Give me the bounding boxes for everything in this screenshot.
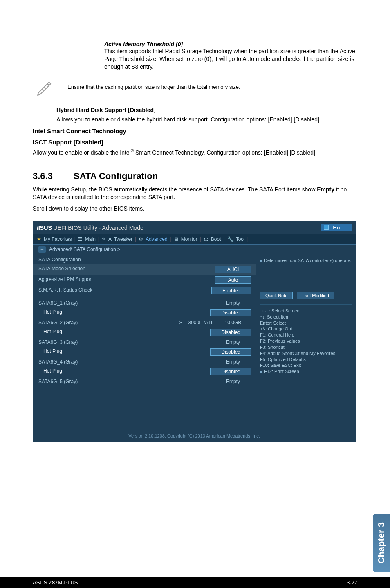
nav-l8: F4: Add to ShortCut and My Favorites bbox=[260, 350, 352, 357]
row-sata1: SATA6G_1 (Gray) Empty bbox=[38, 298, 251, 307]
pencil-note-icon bbox=[33, 75, 55, 99]
hdr-label: SATA Configuration bbox=[38, 257, 81, 263]
page-content: Active Memory Threshold [0] This item su… bbox=[0, 0, 390, 442]
row-hotplug4[interactable]: Hot Plug Disabled bbox=[38, 366, 251, 377]
tab-tool[interactable]: Tool bbox=[236, 236, 245, 242]
footer-right: 3-27 bbox=[347, 579, 357, 586]
quick-note-button[interactable]: Quick Note bbox=[260, 292, 293, 299]
hybrid-title: Hybrid Hard Disk Support [Disabled] bbox=[56, 107, 357, 113]
right-desc: Determines how SATA controller(s) operat… bbox=[260, 258, 352, 263]
hybrid-desc: Allows you to enable or disable the hybr… bbox=[56, 116, 357, 123]
lpm-value[interactable]: Auto bbox=[215, 276, 251, 284]
ai-icon: ✎ bbox=[102, 236, 106, 242]
nav-l3: Enter: Select bbox=[260, 320, 352, 326]
hp4-value[interactable]: Disabled bbox=[210, 368, 251, 375]
main-icon: ☰ bbox=[78, 236, 83, 242]
bullet-icon bbox=[260, 371, 262, 373]
tool-icon: 🔧 bbox=[227, 236, 233, 242]
page-footer: ASUS Z87M-PLUS 3-27 bbox=[0, 577, 390, 588]
nav-l6: F2: Previous Values bbox=[260, 338, 352, 344]
active-memory-title: Active Memory Threshold [0] bbox=[104, 41, 357, 47]
asus-logo: /ISUS bbox=[37, 224, 52, 231]
chapter-side-tab: Chapter 3 bbox=[373, 514, 390, 572]
tab-advanced[interactable]: Advanced bbox=[146, 236, 167, 242]
bios-footer: Version 2.10.1208. Copyright (C) 2013 Am… bbox=[33, 432, 356, 440]
nav-l2: ↑↓: Select Item bbox=[260, 314, 352, 320]
s4-value: Empty bbox=[215, 359, 251, 365]
note-text: Ensure that the caching partition size i… bbox=[67, 79, 357, 95]
row-sata-mode[interactable]: SATA Mode Selection AHCI bbox=[33, 264, 256, 275]
sata-config-header: SATA Configuration bbox=[38, 255, 251, 264]
section-p1: While entering Setup, the BIOS automatic… bbox=[33, 186, 357, 202]
s1-label: SATA6G_1 (Gray) bbox=[38, 300, 78, 306]
bios-right-pane: Determines how SATA controller(s) operat… bbox=[256, 254, 356, 430]
advanced-icon: ⚙ bbox=[139, 236, 143, 242]
lpm-label: Aggressive LPM Support bbox=[38, 276, 93, 284]
section-p2: Scroll down to display the other BIOS it… bbox=[33, 205, 357, 213]
star-icon: ★ bbox=[37, 236, 41, 242]
isct-desc-a: Allow you to enable or disable the Intel bbox=[33, 149, 131, 155]
section-num: 3.6.3 bbox=[33, 171, 74, 182]
hp3-label: Hot Plug bbox=[38, 348, 62, 356]
exit-button[interactable]: Exit bbox=[321, 224, 352, 231]
hp1-value[interactable]: Disabled bbox=[210, 309, 251, 316]
section-title: SATA Configuration bbox=[74, 171, 158, 181]
s2-label: SATA6G_2 (Gray) bbox=[38, 320, 78, 325]
s5-label: SATA6G_5 (Gray) bbox=[38, 379, 78, 384]
bios-titlebar: /ISUS UEFI BIOS Utility - Advanced Mode … bbox=[33, 221, 356, 234]
nav-l7: F3: Shortcut bbox=[260, 344, 352, 350]
nav-l10: F10: Save ESC: Exit bbox=[260, 362, 352, 368]
smart-value[interactable]: Enabled bbox=[211, 287, 251, 294]
s4-label: SATA6G_4 (Gray) bbox=[38, 359, 78, 365]
nav-l9: F5: Optimized Defaults bbox=[260, 357, 352, 363]
s5-value: Empty bbox=[215, 379, 251, 384]
mode-label: SATA Mode Selection bbox=[38, 266, 85, 273]
hp3-value[interactable]: Disabled bbox=[210, 348, 251, 356]
hp1-label: Hot Plug bbox=[38, 309, 62, 316]
note-row: Ensure that the caching partition size i… bbox=[33, 75, 357, 99]
registered-symbol: ® bbox=[131, 148, 134, 153]
quick-note-row: Quick Note Last Modified bbox=[260, 292, 352, 299]
bios-breadcrumb: ← Advanced\ SATA Configuration > bbox=[33, 245, 356, 254]
exit-label: Exit bbox=[333, 224, 342, 231]
last-modified-button[interactable]: Last Modified bbox=[297, 292, 334, 299]
s1-value: Empty bbox=[215, 300, 251, 306]
nav-help: →←: Select Screen ↑↓: Select Item Enter:… bbox=[260, 304, 352, 375]
s3-label: SATA6G_3 (Gray) bbox=[38, 339, 78, 345]
row-lpm[interactable]: Aggressive LPM Support Auto bbox=[38, 275, 251, 285]
row-hotplug3[interactable]: Hot Plug Disabled bbox=[38, 347, 251, 357]
bios-title-text: UEFI BIOS Utility - Advanced Mode bbox=[54, 224, 143, 231]
isct-desc: Allow you to enable or disable the Intel… bbox=[33, 148, 357, 157]
smart-label: S.M.A.R.T. Status Check bbox=[38, 287, 92, 294]
row-smart[interactable]: S.M.A.R.T. Status Check Enabled bbox=[38, 285, 251, 296]
active-memory-desc: This item supports Intel Rapid Storage T… bbox=[104, 47, 357, 71]
tab-main[interactable]: Main bbox=[85, 236, 96, 242]
p1a: While entering Setup, the BIOS automatic… bbox=[33, 186, 317, 193]
p1b: Empty bbox=[317, 186, 334, 193]
nav-l1: →←: Select Screen bbox=[260, 308, 352, 314]
bios-title-left: /ISUS UEFI BIOS Utility - Advanced Mode bbox=[37, 224, 143, 231]
isct-desc-b: Smart Connect Technology. Configuration … bbox=[134, 149, 315, 155]
row-sata3: SATA6G_3 (Gray) Empty bbox=[38, 338, 251, 347]
nav-l4: +/-: Change Opt. bbox=[260, 326, 352, 332]
nav-l5: F1: General Help bbox=[260, 332, 352, 338]
tab-favorites[interactable]: My Favorites bbox=[44, 236, 72, 242]
hp4-label: Hot Plug bbox=[38, 368, 62, 375]
footer-left: ASUS Z87M-PLUS bbox=[33, 579, 78, 586]
s3-value: Empty bbox=[215, 339, 251, 345]
row-hotplug2[interactable]: Hot Plug Disabled bbox=[38, 327, 251, 338]
boot-icon: ⏻ bbox=[204, 236, 208, 242]
back-arrow-icon[interactable]: ← bbox=[38, 246, 46, 253]
monitor-icon: 🖥 bbox=[174, 236, 179, 242]
tab-ai[interactable]: Ai Tweaker bbox=[108, 236, 132, 242]
hp2-label: Hot Plug bbox=[38, 329, 62, 336]
tab-boot[interactable]: Boot bbox=[211, 236, 221, 242]
active-memory-block: Active Memory Threshold [0] This item su… bbox=[104, 41, 357, 71]
row-sata5: SATA6G_5 (Gray) Empty bbox=[38, 377, 251, 386]
hp2-value[interactable]: Disabled bbox=[210, 329, 251, 336]
mode-value[interactable]: AHCI bbox=[215, 266, 251, 273]
tab-monitor[interactable]: Monitor bbox=[181, 236, 197, 242]
row-hotplug1[interactable]: Hot Plug Disabled bbox=[38, 307, 251, 318]
s2-value: [10.0GB] bbox=[215, 320, 251, 325]
bullet-icon bbox=[260, 260, 262, 262]
